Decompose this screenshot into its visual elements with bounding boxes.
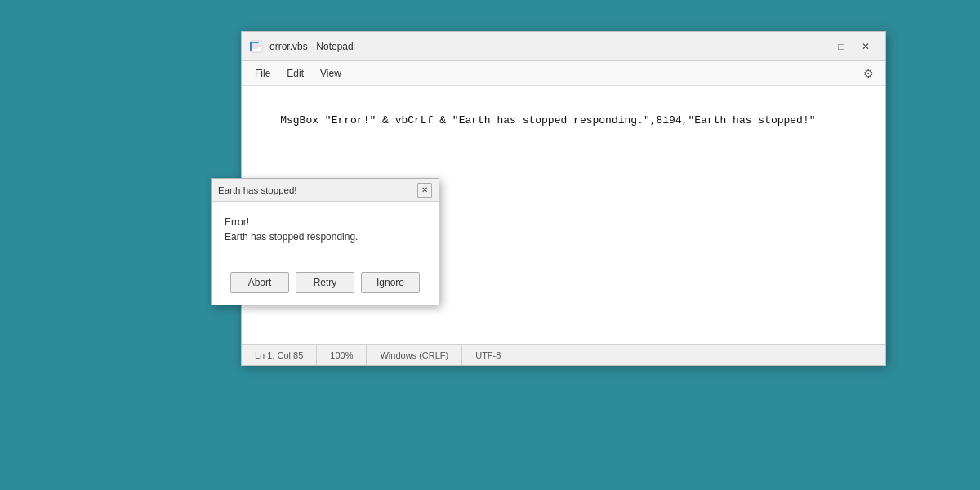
svg-rect-3 (252, 46, 261, 47)
minimize-button[interactable]: — (805, 38, 828, 56)
dialog-content: Error! Earth has stopped responding. (212, 202, 439, 265)
titlebar-left: error.vbs - Notepad (250, 40, 354, 53)
dialog-box: Earth has stopped! ✕ Error! Earth has st… (211, 178, 439, 305)
status-line-ending: Windows (CRLF) (367, 345, 462, 365)
svg-rect-2 (252, 44, 261, 45)
svg-rect-5 (250, 42, 252, 51)
retry-button[interactable]: Retry (296, 272, 354, 293)
notepad-statusbar: Ln 1, Col 85 100% Windows (CRLF) UTF-8 (242, 344, 885, 365)
notepad-menubar: File Edit View ⚙ (242, 61, 885, 86)
dialog-message-line1: Error! (225, 215, 425, 229)
dialog-message-line2: Earth has stopped responding. (225, 229, 425, 244)
svg-rect-4 (252, 47, 258, 48)
dialog-buttons: Abort Retry Ignore (212, 265, 439, 305)
menu-edit[interactable]: Edit (280, 66, 310, 81)
svg-rect-1 (252, 42, 259, 43)
dialog-message: Error! Earth has stopped responding. (225, 215, 425, 244)
menu-items: File Edit View (248, 66, 348, 81)
notepad-titlebar: error.vbs - Notepad — □ ✕ (242, 32, 885, 61)
abort-button[interactable]: Abort (230, 272, 289, 293)
status-encoding: UTF-8 (462, 345, 514, 365)
status-zoom: 100% (317, 345, 367, 365)
titlebar-buttons: — □ ✕ (805, 38, 877, 56)
dialog-titlebar: Earth has stopped! ✕ (212, 179, 439, 202)
dialog-title: Earth has stopped! (218, 185, 297, 195)
editor-content: MsgBox "Error!" & vbCrLf & "Earth has st… (280, 114, 815, 127)
settings-icon[interactable]: ⚙ (858, 65, 879, 82)
notepad-app-icon (250, 40, 263, 53)
menu-file[interactable]: File (248, 66, 277, 81)
maximize-button[interactable]: □ (830, 38, 853, 56)
ignore-button[interactable]: Ignore (361, 272, 420, 293)
dialog-close-button[interactable]: ✕ (417, 183, 432, 198)
menu-view[interactable]: View (314, 66, 348, 81)
window-title: error.vbs - Notepad (270, 41, 354, 52)
close-button[interactable]: ✕ (854, 38, 877, 56)
status-position: Ln 1, Col 85 (242, 345, 317, 365)
